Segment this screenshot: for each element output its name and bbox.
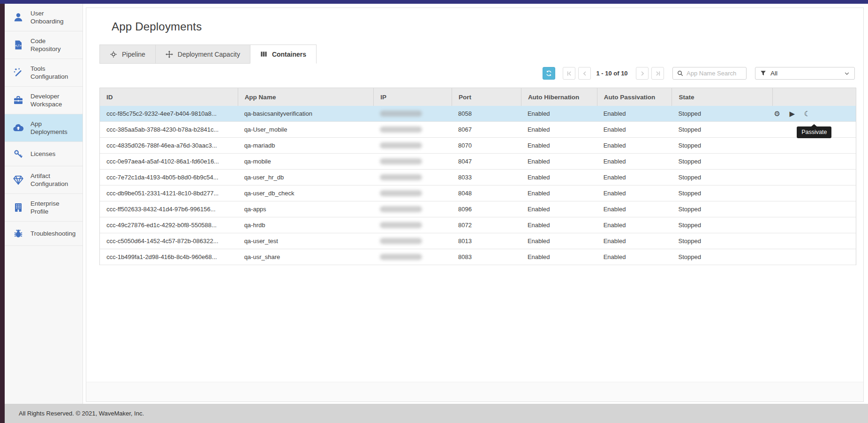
cell-auto-passivation: Enabled bbox=[597, 186, 672, 201]
pagination: 1 - 10 of 10 bbox=[560, 67, 664, 80]
first-page-button[interactable] bbox=[563, 67, 575, 80]
table-row[interactable]: ccc-49c27876-ed1c-4292-b0f8-550588... qa… bbox=[100, 217, 856, 233]
svg-text:</>: </> bbox=[15, 44, 22, 48]
cell-ip bbox=[373, 138, 452, 153]
tab-deployment-capacity[interactable]: Deployment Capacity bbox=[155, 45, 250, 64]
cell-port: 8013 bbox=[452, 233, 521, 249]
column-header-state: State bbox=[672, 88, 772, 106]
sidebar-item-troubleshooting[interactable]: Troubleshooting bbox=[5, 222, 83, 246]
gear-icon[interactable]: ⚙ bbox=[773, 110, 781, 118]
sidebar-item-app-deployments[interactable]: AppDeployments bbox=[5, 114, 83, 142]
last-page-button[interactable] bbox=[651, 67, 664, 80]
cell-id: ccc-0e97aea4-a5af-4102-86a1-fd60e16... bbox=[100, 154, 238, 169]
table-row[interactable]: ccc-0e97aea4-a5af-4102-86a1-fd60e16... q… bbox=[100, 154, 856, 170]
redacted-ip-value bbox=[380, 190, 422, 196]
previous-page-button[interactable] bbox=[578, 67, 591, 80]
redacted-ip-value bbox=[380, 142, 422, 148]
redacted-ip-value bbox=[380, 174, 422, 180]
last-page-icon bbox=[655, 70, 661, 77]
table-row[interactable]: ccc-4835d026-788f-46ea-a76d-30aac3... qa… bbox=[100, 138, 856, 154]
cell-app-name: qa-mobile bbox=[238, 154, 374, 169]
cell-auto-passivation: Enabled bbox=[597, 201, 672, 217]
column-header-ip: IP bbox=[373, 88, 452, 106]
cell-actions bbox=[772, 154, 856, 169]
cell-state: Stopped bbox=[672, 154, 772, 169]
next-page-button[interactable] bbox=[636, 67, 649, 80]
cell-state: Stopped bbox=[672, 170, 772, 185]
cell-id: ccc-1b499fa1-2d98-416b-8c4b-960e68... bbox=[100, 249, 238, 265]
column-header-app-name: App Name bbox=[238, 88, 374, 106]
passivate-tooltip: Passivate bbox=[797, 126, 831, 138]
cell-ip bbox=[373, 122, 452, 137]
search-input[interactable] bbox=[687, 70, 742, 77]
filter-dropdown[interactable]: All bbox=[755, 67, 855, 80]
sidebar-item-code-repository[interactable]: </> CodeRepository bbox=[5, 31, 83, 59]
sidebar-item-user-onboarding[interactable]: UserOnboarding bbox=[5, 4, 83, 31]
cell-auto-hibernation: Enabled bbox=[521, 233, 597, 249]
sidebar-item-tools-configuration[interactable]: ToolsConfiguration bbox=[5, 59, 83, 87]
redacted-ip-value bbox=[380, 158, 422, 164]
bug-icon bbox=[12, 227, 24, 240]
cell-state: Stopped bbox=[672, 138, 772, 153]
containers-table: ID App Name IP Port Auto Hibernation Aut… bbox=[99, 88, 856, 265]
sidebar-item-enterprise-profile[interactable]: Enterprise Profile bbox=[5, 194, 83, 222]
table-row[interactable]: ccc-7e72c1da-4193-4b05-b8d0-6b9c54... qa… bbox=[100, 170, 856, 186]
cell-state: Stopped bbox=[672, 106, 773, 121]
move-icon bbox=[166, 51, 173, 58]
cell-app-name: qa-apps bbox=[238, 201, 374, 217]
sidebar-item-developer-workspace[interactable]: DeveloperWorkspace bbox=[5, 87, 83, 114]
cell-ip bbox=[373, 217, 452, 233]
filter-selected-value: All bbox=[770, 70, 840, 77]
refresh-button[interactable] bbox=[543, 67, 555, 80]
table-row[interactable]: ccc-f85c75c2-9232-4ee7-b404-9810a8... qa… bbox=[100, 106, 856, 122]
table-row[interactable]: ccc-db9be051-2331-4121-8c10-8bd277... qa… bbox=[100, 186, 856, 201]
cell-state: Stopped bbox=[672, 233, 772, 249]
cell-id: ccc-385aa5ab-3788-4230-b78a-b2841c... bbox=[100, 122, 238, 137]
cell-state: Stopped bbox=[672, 201, 772, 217]
cell-auto-hibernation: Enabled bbox=[521, 154, 597, 169]
sidebar-item-licenses[interactable]: Licenses bbox=[5, 142, 83, 166]
table-row[interactable]: ccc-1b499fa1-2d98-416b-8c4b-960e68... qa… bbox=[100, 249, 856, 265]
cell-app-name: qa-basicsanityverification bbox=[238, 106, 374, 121]
moon-icon[interactable]: ☾ bbox=[803, 110, 811, 118]
redacted-ip-value bbox=[380, 206, 422, 212]
sidebar-item-artifact-configuration[interactable]: ArtifactConfiguration bbox=[5, 166, 83, 194]
table-row[interactable]: ccc-c5050d64-1452-4c57-872b-086322... qa… bbox=[100, 233, 856, 249]
cell-auto-passivation: Enabled bbox=[597, 249, 672, 265]
cell-port: 8047 bbox=[452, 154, 521, 169]
crosshair-icon bbox=[110, 51, 117, 58]
cell-state: Stopped bbox=[672, 217, 772, 233]
cell-actions bbox=[772, 138, 856, 153]
tab-bar: Pipeline Deployment Capacity Containers bbox=[99, 45, 317, 64]
cell-auto-passivation: Enabled bbox=[597, 154, 672, 169]
table-row[interactable]: ccc-ff502633-8432-41d4-97b6-996156... qa… bbox=[100, 201, 856, 217]
cell-app-name: qa-user_hr_db bbox=[238, 170, 374, 185]
redacted-ip-value bbox=[380, 126, 422, 133]
cell-auto-hibernation: Enabled bbox=[521, 106, 597, 121]
cell-ip bbox=[373, 106, 452, 121]
columns-icon bbox=[260, 51, 267, 58]
sidebar-item-label: AppDeployments bbox=[30, 120, 68, 136]
sidebar-item-label: UserOnboarding bbox=[30, 9, 64, 25]
redacted-ip-value bbox=[380, 111, 422, 117]
cell-auto-hibernation: Enabled bbox=[521, 186, 597, 201]
cell-id: ccc-4835d026-788f-46ea-a76d-30aac3... bbox=[100, 138, 238, 153]
pagination-range-label: 1 - 10 of 10 bbox=[594, 70, 630, 77]
cell-app-name: qa-user_test bbox=[238, 233, 374, 249]
tab-containers[interactable]: Containers bbox=[250, 45, 317, 64]
table-row[interactable]: ccc-385aa5ab-3788-4230-b78a-b2841c... qa… bbox=[100, 122, 856, 138]
sidebar-item-label: ToolsConfiguration bbox=[30, 65, 68, 81]
column-header-auto-passivation: Auto Passivation bbox=[597, 88, 672, 106]
cell-auto-passivation: Enabled bbox=[597, 233, 672, 249]
play-icon[interactable]: ▶ bbox=[788, 110, 796, 118]
chevron-right-icon bbox=[639, 70, 646, 77]
cell-app-name: qa-hrdb bbox=[238, 217, 374, 233]
chevron-down-icon bbox=[844, 71, 850, 76]
cloud-upload-icon bbox=[12, 122, 24, 134]
tab-pipeline[interactable]: Pipeline bbox=[99, 45, 156, 64]
cell-port: 8058 bbox=[452, 106, 521, 121]
cell-port: 8048 bbox=[452, 186, 521, 201]
card-footer-strip bbox=[86, 382, 863, 401]
cell-app-name: qa-User_mobile bbox=[238, 122, 374, 137]
cell-actions bbox=[772, 217, 856, 233]
